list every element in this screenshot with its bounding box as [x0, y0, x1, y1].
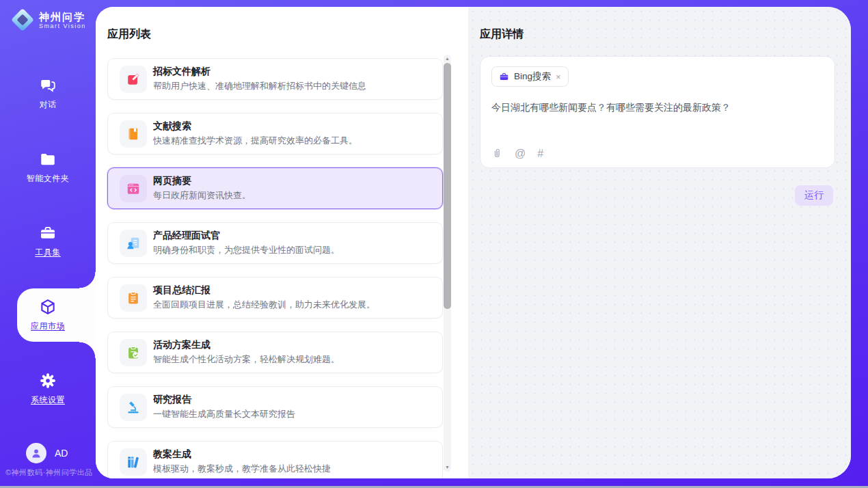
app-description: 明确身份和职责，为您提供专业性的面试问题。 — [153, 244, 340, 256]
sidebar-item-app-market[interactable]: 应用市场 — [0, 298, 96, 332]
mention-icon[interactable]: @ — [515, 148, 526, 159]
app-detail-panel: 应用详情 Bing搜索 × 今日湖北有哪些新闻要点？有哪些需要关注的最新政策？ — [468, 7, 851, 478]
sidebar-item-label: 对话 — [40, 100, 57, 109]
brand-subtitle: Smart Vision — [39, 23, 86, 29]
app-description: 一键智能生成高质量长文本研究报告 — [153, 408, 295, 420]
clipboard-check-icon — [120, 339, 147, 366]
scrollbar-thumb[interactable] — [444, 63, 451, 309]
cube-icon — [39, 298, 57, 316]
sidebar-item-label: 工具集 — [35, 247, 61, 257]
scroll-down-icon[interactable]: ▼ — [444, 463, 451, 472]
app-list-title: 应用列表 — [107, 27, 151, 42]
sidebar-item-toolset[interactable]: 工具集 — [0, 224, 96, 258]
tool-chip-label: Bing搜索 — [514, 70, 551, 83]
folder-icon — [39, 150, 57, 168]
app-card-bid-document-analysis[interactable]: 招标文件解析 帮助用户快速、准确地理解和解析招标书中的关键信息 — [107, 58, 443, 100]
paperclip-icon[interactable] — [491, 148, 503, 159]
brand-logo-icon — [12, 10, 33, 30]
avatar — [26, 443, 46, 463]
sidebar-item-chat[interactable]: 对话 — [0, 77, 96, 111]
active-nav-bubble-fillet-bottom — [79, 342, 96, 358]
tool-chip-bing-search[interactable]: Bing搜索 × — [491, 66, 569, 87]
app-description: 模板驱动，教案秒成，教学准备从此轻松快捷 — [153, 463, 331, 475]
app-list-panel: 应用列表 招标文件解析 帮助用户快速、准确地理解和解析招标书中的关键信息 文献搜… — [96, 7, 468, 478]
interviewer-icon — [120, 230, 147, 257]
microscope-icon — [120, 394, 147, 421]
sidebar-item-label: 应用市场 — [31, 321, 65, 331]
scroll-up-icon[interactable]: ▲ — [444, 55, 451, 63]
chat-icon — [39, 77, 57, 94]
app-detail-title: 应用详情 — [480, 27, 524, 42]
app-name: 项目总结汇报 — [153, 284, 211, 297]
app-cards: 招标文件解析 帮助用户快速、准确地理解和解析招标书中的关键信息 文献搜索 快速精… — [107, 58, 443, 478]
sidebar-item-label: 智能文件夹 — [27, 174, 70, 183]
app-name: 研究报告 — [153, 394, 191, 406]
briefcase-icon — [499, 72, 509, 82]
app-name: 教案生成 — [153, 448, 191, 461]
books-icon — [120, 448, 147, 476]
app-name: 产品经理面试官 — [153, 230, 220, 242]
user-name: AD — [55, 448, 68, 459]
prompt-card: Bing搜索 × 今日湖北有哪些新闻要点？有哪些需要关注的最新政策？ @ # — [480, 56, 835, 168]
app-card-pm-interviewer[interactable]: 产品经理面试官 明确身份和职责，为您提供专业性的面试问题。 — [107, 222, 443, 264]
app-window: 神州问学 Smart Vision 对话 智能文件夹 — [0, 0, 868, 488]
app-list-scrollbar[interactable]: ▲ ▼ — [444, 55, 451, 472]
app-description: 每日政府新闻资讯快查。 — [153, 189, 251, 202]
app-description: 帮助用户快速、准确地理解和解析招标书中的关键信息 — [153, 80, 366, 92]
app-card-project-summary[interactable]: 项目总结汇报 全面回顾项目进展，总结经验教训，助力未来优化发展。 — [107, 277, 443, 318]
brand: 神州问学 Smart Vision — [12, 10, 86, 30]
app-card-lesson-plan[interactable]: 教案生成 模板驱动，教案秒成，教学准备从此轻松快捷 — [107, 441, 443, 478]
app-card-literature-search[interactable]: 文献搜索 快速精准查找学术资源，提高研究效率的必备工具。 — [107, 113, 443, 154]
query-input[interactable]: 今日湖北有哪些新闻要点？有哪些需要关注的最新政策？ — [491, 102, 824, 114]
sidebar-item-settings[interactable]: 系统设置 — [0, 372, 96, 406]
copyright-footer: ©神州数码·神州问学出品 — [5, 467, 96, 478]
person-icon — [30, 447, 42, 459]
gear-icon — [39, 372, 57, 390]
user-profile[interactable]: AD — [26, 443, 68, 463]
app-card-research-report[interactable]: 研究报告 一键智能生成高质量长文本研究报告 — [107, 386, 443, 428]
toolbox-icon — [39, 224, 57, 242]
app-name: 活动方案生成 — [153, 339, 211, 351]
app-name: 招标文件解析 — [153, 66, 211, 78]
run-button[interactable]: 运行 — [795, 185, 833, 206]
app-description: 全面回顾项目进展，总结经验教训，助力未来优化发展。 — [153, 299, 375, 311]
clipboard-icon — [120, 284, 147, 312]
close-icon[interactable]: × — [556, 72, 561, 81]
sidebar: 神州问学 Smart Vision 对话 智能文件夹 — [0, 0, 96, 488]
app-card-web-summary[interactable]: 网页摘要 每日政府新闻资讯快查。 — [107, 167, 443, 209]
edit-document-icon — [120, 66, 147, 93]
brand-name: 神州问学 — [39, 11, 86, 23]
app-description: 快速精准查找学术资源，提高研究效率的必备工具。 — [153, 135, 357, 147]
sidebar-item-smart-folders[interactable]: 智能文件夹 — [0, 150, 96, 185]
app-card-event-plan[interactable]: 活动方案生成 智能生成个性化活动方案，轻松解决规划难题。 — [107, 331, 443, 373]
brand-text: 神州问学 Smart Vision — [39, 11, 86, 29]
sidebar-item-label: 系统设置 — [31, 395, 65, 405]
content-area: 应用列表 招标文件解析 帮助用户快速、准确地理解和解析招标书中的关键信息 文献搜… — [96, 7, 851, 478]
app-name: 文献搜索 — [153, 120, 191, 133]
composer-toolbar: @ # — [491, 148, 543, 159]
active-nav-bubble-fillet-top — [79, 272, 96, 288]
app-description: 智能生成个性化活动方案，轻松解决规划难题。 — [153, 353, 340, 366]
app-name: 网页摘要 — [153, 175, 191, 187]
browser-code-icon — [120, 175, 147, 202]
book-icon — [120, 120, 147, 148]
topic-hash-icon[interactable]: # — [537, 148, 543, 159]
